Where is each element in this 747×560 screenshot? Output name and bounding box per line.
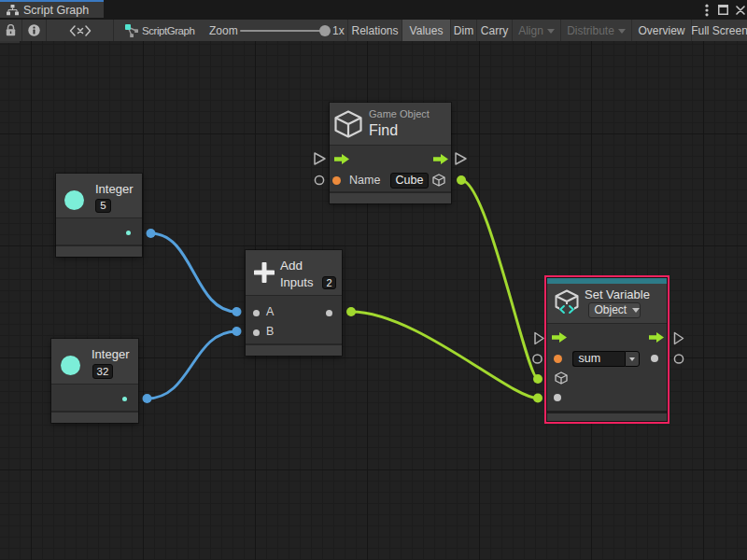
find-name-label: Name <box>349 174 380 187</box>
setvar-header: Set Variable Object <box>547 284 667 324</box>
find-flow-out-port[interactable] <box>433 154 448 164</box>
wire-endpoint-setvar-object-input[interactable] <box>533 374 543 384</box>
setvar-flow-in-port[interactable] <box>552 332 567 343</box>
find-name-input-port[interactable] <box>332 176 341 185</box>
find-flow-out-outer-port[interactable] <box>456 153 466 164</box>
toolbar-button-full-screen[interactable]: Full Screen <box>691 20 747 41</box>
node-integer-a[interactable]: Integer 5 <box>56 174 142 257</box>
setvar-output-outer-port[interactable] <box>674 355 683 363</box>
setvar-name-field[interactable]: sum <box>572 351 625 367</box>
chevron-down-icon <box>618 29 626 34</box>
setvar-output-port[interactable] <box>651 355 658 362</box>
toolbar-button-align[interactable]: Align <box>512 20 560 41</box>
integer-b-footer <box>51 413 138 423</box>
setvar-flow-out-outer-port[interactable] <box>675 333 684 344</box>
wire-find-output-to-setvar-object-input[interactable] <box>461 180 538 379</box>
game-object-icon <box>334 110 362 138</box>
toolbar-button-relations[interactable]: Relations <box>347 20 402 41</box>
add-input-b-port[interactable] <box>253 329 260 336</box>
add-title: Add <box>280 259 303 273</box>
toolbar-button-values[interactable]: Values <box>402 20 450 41</box>
setvar-kind-dropdown[interactable]: Object <box>588 302 641 318</box>
integer-b-value-field[interactable]: 32 <box>92 364 114 379</box>
add-header: Add Inputs 2 <box>246 250 342 296</box>
find-category: Game Object <box>369 108 430 119</box>
setvar-name-input-port[interactable] <box>554 355 562 363</box>
node-set-variable[interactable]: Set Variable Object sum <box>544 275 669 424</box>
node-find[interactable]: Game Object Find Name Cube <box>330 103 451 203</box>
toolbar-button-dim[interactable]: Dim <box>450 20 476 41</box>
zoom-slider-handle[interactable] <box>319 25 331 36</box>
find-title: Find <box>369 122 398 139</box>
chevron-down-icon <box>632 308 640 313</box>
info-button[interactable] <box>22 20 47 41</box>
find-footer <box>330 193 451 203</box>
setvar-name-outer-port[interactable] <box>533 355 542 363</box>
find-header: Game Object Find <box>330 103 451 146</box>
toolbar-button-overview[interactable]: Overview <box>631 20 691 41</box>
integer-b-body <box>51 385 138 413</box>
integer-b-header: Integer 32 <box>51 339 138 385</box>
tab-script-graph[interactable]: Script Graph <box>0 0 104 18</box>
zoom-label: Zoom <box>209 20 238 41</box>
wire-endpoint-add-input-b[interactable] <box>233 327 242 336</box>
integer-a-output-port[interactable] <box>126 231 131 235</box>
toolbar: ScriptGraph Zoom 1x Relations Values Dim… <box>0 20 747 41</box>
graph-name: ScriptGraph <box>142 20 194 41</box>
add-output-port[interactable] <box>326 310 332 316</box>
toolbar-button-distribute[interactable]: Distribute <box>560 20 631 41</box>
wire-endpoint-setvar-value-input[interactable] <box>533 394 543 403</box>
setvar-name-dropdown-button[interactable] <box>625 351 641 367</box>
wire-endpoint-find-output[interactable] <box>457 175 466 185</box>
close-button[interactable] <box>733 0 747 20</box>
setvar-title: Set Variable <box>585 287 650 301</box>
node-integer-b[interactable]: Integer 32 <box>51 339 138 423</box>
find-name-field[interactable]: Cube <box>390 173 430 189</box>
add-port-b-label: B <box>266 325 274 338</box>
integer-a-body <box>56 218 142 246</box>
graph-canvas[interactable]: Integer 5 Integer 32 Add <box>0 41 747 560</box>
lock-button[interactable] <box>0 20 22 41</box>
wire-integer-a-output-to-add-input-a[interactable] <box>151 233 237 312</box>
integer-a-value-field[interactable]: 5 <box>95 199 111 213</box>
script-graph-window: Script Graph ScriptGraph Zoom 1x <box>0 0 747 560</box>
setvar-flow-in-outer-port[interactable] <box>535 333 543 344</box>
find-output-port[interactable] <box>432 174 445 187</box>
add-port-a-label: A <box>266 305 274 318</box>
close-icon <box>736 6 745 15</box>
integer-b-title: Integer <box>92 347 129 361</box>
wire-endpoint-integer-a-output[interactable] <box>147 229 156 238</box>
find-flow-in-outer-port[interactable] <box>315 153 325 164</box>
find-name-outer-port[interactable] <box>315 175 323 184</box>
add-input-a-port[interactable] <box>253 310 260 316</box>
toolbar-button-carry[interactable]: Carry <box>476 20 512 41</box>
graph-tab-icon <box>7 5 19 16</box>
integer-b-output-port[interactable] <box>122 397 127 401</box>
find-flow-in-port[interactable] <box>334 154 349 164</box>
maximize-button[interactable] <box>716 0 730 20</box>
zoom-slider[interactable] <box>240 30 322 32</box>
setvar-body: sum <box>547 324 667 413</box>
code-view-button[interactable] <box>47 20 114 41</box>
chevron-down-icon <box>547 29 555 34</box>
wire-endpoint-integer-b-output[interactable] <box>143 394 152 403</box>
setvar-kind-value: Object <box>595 303 627 316</box>
wire-integer-b-output-to-add-input-b[interactable] <box>148 331 237 399</box>
info-icon <box>28 24 40 36</box>
wire-endpoint-add-input-a[interactable] <box>233 307 242 316</box>
wire-add-output-to-setvar-value-input[interactable] <box>351 312 538 399</box>
setvar-object-input-port[interactable] <box>555 371 568 385</box>
setvar-value-input-port[interactable] <box>554 394 561 401</box>
node-add[interactable]: Add Inputs 2 A B <box>246 250 342 356</box>
setvar-name-dropdown[interactable]: sum <box>572 351 641 367</box>
set-variable-icon <box>555 289 579 315</box>
setvar-footer <box>547 413 667 421</box>
window-menu-button[interactable] <box>700 0 713 20</box>
wire-endpoint-add-output[interactable] <box>346 307 356 316</box>
add-icon <box>254 262 275 283</box>
integer-a-title: Integer <box>95 182 133 196</box>
setvar-flow-out-port[interactable] <box>649 332 664 343</box>
add-inputs-field[interactable]: 2 <box>322 276 336 289</box>
lock-icon <box>6 24 16 36</box>
add-body: A B <box>246 296 342 345</box>
